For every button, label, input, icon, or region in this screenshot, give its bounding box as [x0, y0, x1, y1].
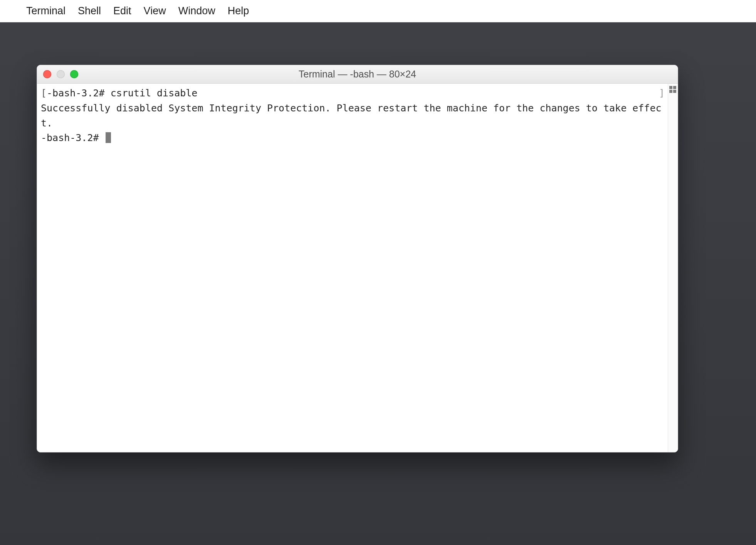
window-title: Terminal — -bash — 80×24 — [42, 69, 672, 80]
terminal-line: -bash-3.2# — [41, 131, 665, 146]
cursor-icon — [106, 132, 111, 143]
terminal-line: Successfully disabled System Integrity P… — [41, 101, 665, 131]
macos-menubar: Terminal Shell Edit View Window Help — [0, 0, 756, 22]
grid-icon — [669, 86, 676, 93]
menu-view[interactable]: View — [144, 5, 166, 17]
traffic-lights — [43, 70, 78, 78]
app-menu[interactable]: Terminal — [26, 5, 66, 17]
terminal-body-wrap: [-bash-3.2# csrutil disable]Successfully… — [37, 84, 678, 452]
bracket-close: ] — [659, 86, 665, 101]
zoom-icon[interactable] — [70, 70, 78, 78]
prompt: -bash-3.2# — [47, 87, 111, 99]
scrollbar[interactable] — [668, 84, 678, 452]
menu-help[interactable]: Help — [228, 5, 249, 17]
minimize-icon[interactable] — [57, 70, 65, 78]
menu-window[interactable]: Window — [178, 5, 215, 17]
menu-edit[interactable]: Edit — [113, 5, 131, 17]
terminal-output[interactable]: [-bash-3.2# csrutil disable]Successfully… — [37, 84, 668, 452]
close-icon[interactable] — [43, 70, 51, 78]
prompt: -bash-3.2# — [41, 132, 105, 143]
terminal-line: [-bash-3.2# csrutil disable] — [41, 86, 665, 101]
command-text: csrutil disable — [111, 87, 198, 99]
terminal-window: Terminal — -bash — 80×24 [-bash-3.2# csr… — [37, 65, 678, 452]
desktop: Terminal — -bash — 80×24 [-bash-3.2# csr… — [0, 22, 756, 545]
bracket-open: [ — [41, 87, 47, 99]
window-titlebar[interactable]: Terminal — -bash — 80×24 — [37, 65, 678, 84]
menu-shell[interactable]: Shell — [78, 5, 101, 17]
